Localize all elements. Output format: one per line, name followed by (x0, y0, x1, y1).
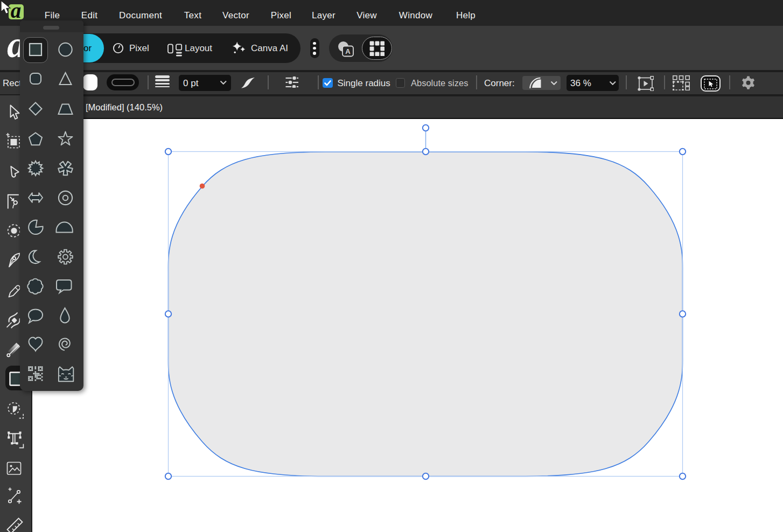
svg-text:A: A (345, 47, 351, 55)
